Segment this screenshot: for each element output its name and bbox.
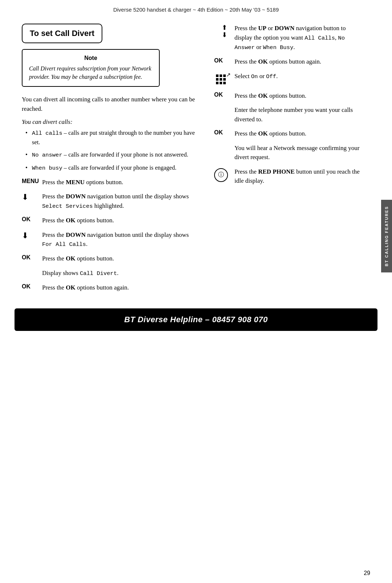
footer-text: BT Diverse Helpline – 08457 908 070 bbox=[124, 315, 268, 324]
right-label-blank-2 bbox=[214, 143, 234, 144]
grid-icon bbox=[216, 74, 226, 84]
instr-text-ok-1: Press the OK options button. bbox=[42, 216, 196, 225]
title-box: To set Call Divert bbox=[22, 24, 102, 43]
instr-text-ok-2: Press the OK options button. bbox=[42, 254, 196, 263]
right-ok-label-1: OK bbox=[214, 57, 234, 64]
updown-arrows-icon: ⬆ ⬇ bbox=[214, 24, 234, 39]
instr-ok-2: OK Press the OK options button. bbox=[22, 254, 196, 263]
instr-label-display bbox=[22, 268, 42, 269]
list-item: All calls – calls are put straight throu… bbox=[25, 129, 196, 147]
right-text-ok-2: Press the OK options button. bbox=[234, 91, 363, 101]
side-tab-label: BT CALLING FEATURES bbox=[384, 206, 389, 266]
bullet-code-3: When busy bbox=[32, 165, 62, 171]
note-heading: Note bbox=[29, 55, 152, 61]
page-number: 29 bbox=[364, 570, 370, 576]
bullet-code-2: No answer bbox=[32, 152, 62, 158]
bullet-code-1: All calls bbox=[32, 130, 62, 137]
instr-label-menu: MENU bbox=[22, 178, 42, 185]
right-text-network: You will hear a Network message confirmi… bbox=[234, 143, 363, 162]
right-text-red-phone: Press the RED PHONE button until you rea… bbox=[234, 167, 363, 186]
instr-text-display: Display shows Call Divert. bbox=[42, 268, 196, 278]
divert-label: You can divert calls: bbox=[22, 118, 196, 126]
bullet-text-2: – calls are forwarded if your phone is n… bbox=[64, 151, 188, 158]
right-instr-red-phone: ⓘ Press the RED PHONE button until you r… bbox=[214, 167, 363, 186]
down-arrow: ⬇ bbox=[222, 32, 227, 39]
right-text-enter-number: Enter the telephone number you want your… bbox=[234, 105, 363, 124]
instr-label-ok-3: OK bbox=[22, 283, 42, 290]
instr-ok-1: OK Press the OK options button. bbox=[22, 216, 196, 225]
right-text-keypad: Select On or Off. bbox=[234, 72, 363, 81]
intro-text: You can divert all incoming calls to ano… bbox=[22, 95, 196, 113]
right-ok-label-3: OK bbox=[214, 129, 234, 136]
right-instr-updown: ⬆ ⬇ Press the UP or DOWN navigation butt… bbox=[214, 24, 363, 52]
instr-label-ok-2: OK bbox=[22, 254, 42, 261]
right-instr-network: You will hear a Network message confirmi… bbox=[214, 143, 363, 162]
list-item: No answer – calls are forwarded if your … bbox=[25, 150, 196, 159]
footer-bar: BT Diverse Helpline – 08457 908 070 bbox=[15, 308, 377, 331]
red-phone-icon: ⓘ bbox=[214, 167, 234, 182]
right-ok-label-2: OK bbox=[214, 91, 234, 98]
right-instr-ok-2: OK Press the OK options button. bbox=[214, 91, 363, 101]
instr-down-2: ⬇ Press the DOWN navigation button until… bbox=[22, 230, 196, 249]
instr-text-down-1: Press the DOWN navigation button until t… bbox=[42, 192, 196, 211]
side-tab: BT CALLING FEATURES bbox=[381, 200, 392, 272]
right-column: ⬆ ⬇ Press the UP or DOWN navigation butt… bbox=[207, 24, 363, 297]
instr-text-menu: Press the MENU options button. bbox=[42, 178, 196, 187]
header-title: Diverse 5200 handset & charger ~ 4th Edi… bbox=[113, 7, 279, 13]
right-text-ok-3: Press the OK options button. bbox=[234, 129, 363, 138]
bullet-text-3: – calls are forwarded if your phone is e… bbox=[64, 164, 176, 171]
instr-display: Display shows Call Divert. bbox=[22, 268, 196, 278]
instr-ok-3: OK Press the OK options button again. bbox=[22, 283, 196, 292]
right-label-blank-1 bbox=[214, 105, 234, 106]
title-box-label: To set Call Divert bbox=[30, 29, 94, 38]
list-item: When busy – calls are forwarded if your … bbox=[25, 163, 196, 173]
note-box: Note Call Divert requires subscription f… bbox=[22, 49, 160, 87]
right-instr-ok-1: OK Press the OK options button again. bbox=[214, 57, 363, 66]
right-instr-enter-number: Enter the telephone number you want your… bbox=[214, 105, 363, 124]
instr-menu: MENU Press the MENU options button. bbox=[22, 178, 196, 187]
up-arrow: ⬆ bbox=[222, 24, 227, 32]
right-text-ok-1: Press the OK options button again. bbox=[234, 57, 363, 66]
down-arrow-icon-2: ⬇ bbox=[22, 230, 42, 240]
right-instr-keypad: ↗ Select On or Off. bbox=[214, 72, 363, 86]
left-column: To set Call Divert Note Call Divert requ… bbox=[22, 24, 207, 297]
instr-label-ok-1: OK bbox=[22, 216, 42, 223]
note-text: Call Divert requires subscription from y… bbox=[29, 64, 152, 81]
down-arrow-icon-1: ⬇ bbox=[22, 192, 42, 202]
phone-symbol: ⓘ bbox=[218, 171, 224, 179]
right-instr-ok-3: OK Press the OK options button. bbox=[214, 129, 363, 138]
bullet-list: All calls – calls are put straight throu… bbox=[25, 129, 196, 173]
page-header: Diverse 5200 handset & charger ~ 4th Edi… bbox=[0, 0, 392, 16]
instr-text-down-2: Press the DOWN navigation button until t… bbox=[42, 230, 196, 249]
instr-text-ok-3: Press the OK options button again. bbox=[42, 283, 196, 292]
right-text-updown: Press the UP or DOWN navigation button t… bbox=[234, 24, 363, 52]
keypad-icon: ↗ bbox=[214, 72, 234, 86]
instr-down-1: ⬇ Press the DOWN navigation button until… bbox=[22, 192, 196, 211]
